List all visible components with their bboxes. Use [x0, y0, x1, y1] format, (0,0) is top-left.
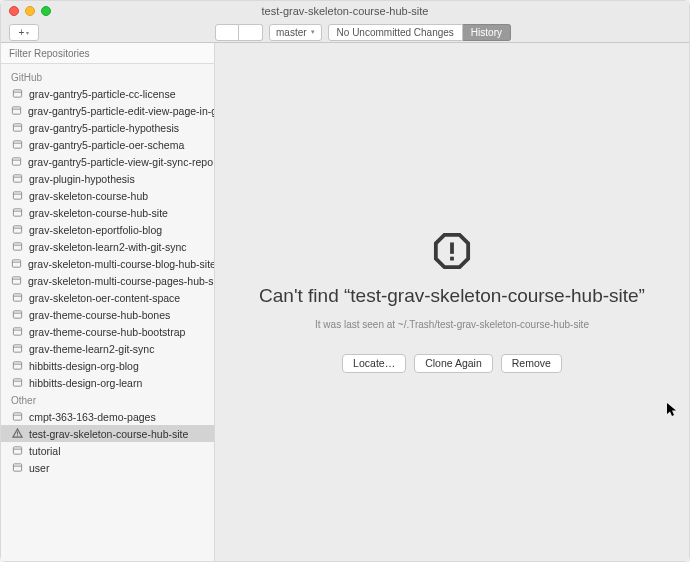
- body: GitHubgrav-gantry5-particle-cc-licensegr…: [1, 43, 689, 561]
- svg-rect-11: [13, 141, 21, 148]
- repo-item[interactable]: hibbitts-design-org-blog: [1, 357, 214, 374]
- repo-item[interactable]: grav-skeleton-multi-course-pages-hub-sit…: [1, 272, 214, 289]
- repo-name: grav-gantry5-particle-view-git-sync-repo: [28, 156, 213, 168]
- repo-item[interactable]: grav-gantry5-particle-cc-license: [1, 85, 214, 102]
- repo-name: grav-skeleton-multi-course-pages-hub-sit…: [28, 275, 214, 287]
- repo-name: grav-skeleton-eportfolio-blog: [29, 224, 162, 236]
- uncommitted-changes-button[interactable]: No Uncommitted Changes: [328, 24, 463, 41]
- repo-item[interactable]: grav-skeleton-oer-content-space: [1, 289, 214, 306]
- toggle-branches-button[interactable]: [239, 24, 263, 41]
- plus-icon: +: [19, 27, 25, 38]
- svg-rect-9: [13, 124, 21, 131]
- svg-rect-15: [13, 175, 21, 182]
- repo-icon: [11, 411, 23, 423]
- svg-rect-19: [13, 209, 21, 216]
- repo-item[interactable]: grav-theme-course-hub-bones: [1, 306, 214, 323]
- repo-item[interactable]: user: [1, 459, 214, 476]
- svg-rect-44: [16, 435, 17, 436]
- repo-item[interactable]: cmpt-363-163-demo-pages: [1, 408, 214, 425]
- chevron-down-icon: ▾: [26, 29, 29, 36]
- repo-icon: [11, 462, 23, 474]
- repo-item[interactable]: grav-gantry5-particle-view-git-sync-repo: [1, 153, 214, 170]
- repo-item[interactable]: grav-skeleton-course-hub: [1, 187, 214, 204]
- repo-icon: [11, 309, 23, 321]
- repo-icon: [11, 275, 22, 287]
- group-label: Other: [1, 391, 214, 408]
- repo-name: hibbitts-design-org-learn: [29, 377, 142, 389]
- repo-name: grav-skeleton-course-hub-site: [29, 207, 168, 219]
- repo-name: grav-theme-course-hub-bootstrap: [29, 326, 185, 338]
- warning-icon: [11, 428, 23, 440]
- repo-item[interactable]: grav-plugin-hypothesis: [1, 170, 214, 187]
- repo-icon: [11, 105, 22, 117]
- repo-name: tutorial: [29, 445, 61, 457]
- repo-item[interactable]: test-grav-skeleton-course-hub-site: [1, 425, 214, 442]
- svg-rect-25: [12, 260, 20, 267]
- maximize-window-button[interactable]: [41, 6, 51, 16]
- repo-icon: [11, 377, 23, 389]
- repo-item[interactable]: grav-skeleton-multi-course-blog-hub-site: [1, 255, 214, 272]
- repo-item[interactable]: grav-theme-learn2-git-sync: [1, 340, 214, 357]
- repo-name: grav-plugin-hypothesis: [29, 173, 135, 185]
- group-label: GitHub: [1, 68, 214, 85]
- clone-again-button[interactable]: Clone Again: [414, 354, 493, 373]
- repo-name: user: [29, 462, 49, 474]
- repo-name: grav-skeleton-oer-content-space: [29, 292, 180, 304]
- branch-select[interactable]: master ▾: [269, 24, 322, 41]
- repo-icon: [11, 190, 23, 202]
- repo-icon: [11, 139, 23, 151]
- chevron-down-icon: ▾: [311, 28, 315, 36]
- locate-button[interactable]: Locate…: [342, 354, 406, 373]
- svg-rect-37: [13, 362, 21, 369]
- repo-icon: [11, 445, 23, 457]
- titlebar: test-grav-skeleton-course-hub-site + ▾: [1, 1, 689, 43]
- repo-item[interactable]: grav-skeleton-course-hub-site: [1, 204, 214, 221]
- repo-list[interactable]: GitHubgrav-gantry5-particle-cc-licensegr…: [1, 64, 214, 561]
- svg-rect-31: [13, 311, 21, 318]
- window-title: test-grav-skeleton-course-hub-site: [262, 5, 429, 17]
- svg-rect-5: [13, 90, 21, 97]
- repo-icon: [11, 156, 22, 168]
- svg-rect-23: [13, 243, 21, 250]
- repo-name: cmpt-363-163-demo-pages: [29, 411, 156, 423]
- add-repo-button[interactable]: + ▾: [9, 24, 39, 41]
- repo-name: grav-gantry5-particle-oer-schema: [29, 139, 184, 151]
- traffic-lights: [9, 6, 51, 16]
- repo-icon: [11, 292, 23, 304]
- toggle-sidebar-button[interactable]: [215, 24, 239, 41]
- repo-item[interactable]: grav-skeleton-learn2-with-git-sync: [1, 238, 214, 255]
- repo-name: grav-skeleton-multi-course-blog-hub-site: [28, 258, 214, 270]
- repo-icon: [11, 326, 23, 338]
- repo-name: grav-gantry5-particle-cc-license: [29, 88, 175, 100]
- remove-button[interactable]: Remove: [501, 354, 562, 373]
- repo-icon: [11, 207, 23, 219]
- repo-item[interactable]: grav-theme-course-hub-bootstrap: [1, 323, 214, 340]
- repo-item[interactable]: grav-gantry5-particle-oer-schema: [1, 136, 214, 153]
- repo-icon: [11, 224, 23, 236]
- svg-rect-51: [450, 256, 454, 260]
- minimize-window-button[interactable]: [25, 6, 35, 16]
- svg-rect-47: [13, 464, 21, 471]
- svg-rect-17: [13, 192, 21, 199]
- repo-item[interactable]: grav-gantry5-particle-hypothesis: [1, 119, 214, 136]
- repo-icon: [11, 241, 23, 253]
- filter-input[interactable]: [1, 43, 214, 63]
- repo-item[interactable]: grav-skeleton-eportfolio-blog: [1, 221, 214, 238]
- svg-rect-35: [13, 345, 21, 352]
- history-button[interactable]: History: [463, 24, 511, 41]
- sidebar: GitHubgrav-gantry5-particle-cc-licensegr…: [1, 43, 215, 561]
- missing-repo-title: Can't find “test-grav-skeleton-course-hu…: [259, 285, 645, 307]
- svg-rect-50: [450, 242, 454, 253]
- repo-item[interactable]: hibbitts-design-org-learn: [1, 374, 214, 391]
- svg-rect-45: [13, 447, 21, 454]
- repo-name: grav-gantry5-particle-edit-view-page-in-…: [28, 105, 214, 117]
- svg-rect-7: [12, 107, 20, 114]
- repo-icon: [11, 343, 23, 355]
- repo-icon: [11, 88, 23, 100]
- status-label: No Uncommitted Changes: [337, 27, 454, 38]
- repo-item[interactable]: grav-gantry5-particle-edit-view-page-in-…: [1, 102, 214, 119]
- close-window-button[interactable]: [9, 6, 19, 16]
- repo-item[interactable]: tutorial: [1, 442, 214, 459]
- filter-container: [1, 43, 214, 64]
- repo-icon: [11, 173, 23, 185]
